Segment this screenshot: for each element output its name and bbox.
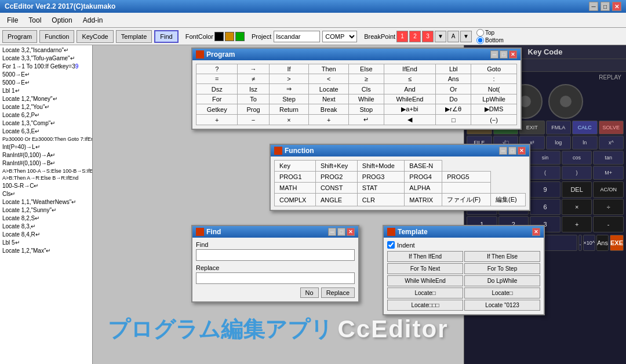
menu-option[interactable]: Option [47, 15, 77, 26]
kc-exp-btn[interactable]: ×10^ [583, 235, 596, 251]
find-minimize[interactable]: ─ [328, 228, 336, 236]
prog-btn-neq[interactable]: ≠ [238, 74, 269, 84]
kc-rparen-btn[interactable]: ) [562, 166, 592, 180]
template-button[interactable]: Template [116, 30, 152, 43]
prog-btn-return[interactable]: Return [269, 104, 309, 115]
prog-btn-box[interactable]: □ [436, 115, 471, 125]
func-basen[interactable]: BASE-N [405, 161, 442, 172]
prog-btn-ans[interactable]: Ans [436, 74, 471, 84]
prog-btn-getkey[interactable]: Getkey [196, 104, 238, 115]
kc-ac-btn[interactable]: AC/ON [593, 181, 624, 198]
prog-btn-or[interactable]: Or [436, 84, 471, 94]
kc-mplus-btn[interactable]: M+ [593, 166, 624, 180]
tpl-for-to-step[interactable]: For To Step [464, 263, 540, 274]
tpl-prom[interactable]: Locate□ [387, 287, 463, 299]
kc-log-btn[interactable]: log [546, 136, 572, 150]
menu-file[interactable]: File [2, 15, 23, 26]
prog-btn-goto[interactable]: Goto [471, 64, 517, 74]
func-complx[interactable]: COMPLX [275, 194, 316, 206]
find-button[interactable]: Find [154, 30, 178, 43]
code-editor[interactable]: Locate 3,2,"Iscandarno"↵ Locate 3,3,"Tof… [0, 45, 93, 364]
find-maximize[interactable]: □ [337, 228, 345, 236]
prog-btn-lbl[interactable]: Lbl [436, 64, 471, 74]
replace-input[interactable] [196, 272, 355, 284]
function-button[interactable]: Function [39, 30, 74, 43]
func-shiftmode[interactable]: Shift+Mode [357, 161, 405, 172]
prog-btn-do[interactable]: Do [436, 94, 471, 104]
kc-add-btn[interactable]: + [562, 216, 592, 232]
indent-checkbox[interactable] [387, 241, 395, 249]
func-prog4[interactable]: PROG4 [405, 172, 442, 183]
kc-xpow-btn[interactable]: x^ [599, 136, 624, 150]
tpl-locate[interactable]: Locate□ [464, 287, 540, 299]
kc-fmla-btn[interactable]: FMLA [546, 121, 572, 134]
kc-lparen-btn[interactable]: ( [530, 166, 561, 180]
kc-div-btn[interactable]: ÷ [593, 199, 624, 215]
kc-calc-btn[interactable]: CALC [572, 121, 598, 134]
program-close[interactable]: ✕ [509, 50, 517, 59]
close-button[interactable]: ✕ [612, 2, 621, 11]
prog-btn-for[interactable]: For [196, 94, 238, 104]
color-green[interactable] [235, 32, 245, 41]
prog-btn-plus2[interactable]: + [309, 115, 349, 125]
menu-addin[interactable]: Add-in [78, 15, 108, 26]
prog-btn-lpwhile[interactable]: LpWhile [471, 94, 517, 104]
prog-btn-eq[interactable]: = [196, 74, 238, 84]
comp-select[interactable]: COMP SD REG [322, 31, 357, 42]
tpl-while-whileend[interactable]: While WhileEnd [387, 275, 463, 286]
minimize-button[interactable]: ─ [589, 2, 598, 11]
prog-btn-and[interactable]: And [384, 84, 436, 94]
kc-ans-btn[interactable]: Ans [596, 235, 609, 251]
prog-btn-prog[interactable]: Prog [238, 104, 269, 115]
prog-btn-stop[interactable]: Stop [349, 104, 384, 115]
tpl-do-lpwhile[interactable]: Do LpWhile [464, 275, 540, 286]
bp-btn-2[interactable]: 2 [409, 31, 421, 42]
prog-btn-ifend[interactable]: IfEnd [384, 64, 436, 74]
template-close[interactable]: ✕ [532, 228, 540, 236]
kc-replay-center[interactable] [560, 96, 572, 107]
tpl-if-then-ifend[interactable]: If Then IfEnd [387, 251, 463, 262]
tpl-for-to-next[interactable]: For To Next [387, 263, 463, 274]
kc-mul-btn[interactable]: × [562, 199, 592, 215]
replace-button[interactable]: Replace [321, 287, 355, 298]
prog-btn-q[interactable]: ? [196, 64, 238, 74]
prog-btn-next[interactable]: Next [309, 94, 349, 104]
kc-cos-btn[interactable]: cos [562, 151, 592, 165]
kc-dot-btn[interactable]: . [578, 235, 581, 251]
program-minimize[interactable]: ─ [490, 50, 498, 59]
find-input[interactable] [196, 249, 355, 261]
color-black[interactable] [214, 32, 224, 41]
prog-btn-abi[interactable]: ▶a+bi [384, 104, 436, 115]
menu-tool[interactable]: Tool [24, 15, 46, 26]
prog-btn-lt[interactable]: < [309, 74, 349, 84]
bp-btn-down2[interactable]: ▼ [460, 31, 472, 42]
prog-btn-then[interactable]: Then [309, 64, 349, 74]
func-const[interactable]: CONST [315, 183, 357, 194]
prog-btn-isz[interactable]: Isz [238, 84, 269, 94]
prog-btn-to[interactable]: To [238, 94, 269, 104]
radio-bottom[interactable]: Bottom [476, 37, 504, 44]
func-alpha[interactable]: ALPHA [405, 183, 442, 194]
prog-btn-enter[interactable]: ↵ [349, 115, 384, 125]
prog-btn-rth[interactable]: ▶r∠θ [436, 104, 471, 115]
color-orange[interactable] [225, 32, 234, 41]
no-button[interactable]: No [300, 287, 319, 298]
prog-btn-cls[interactable]: Cls [349, 84, 384, 94]
prog-btn-else[interactable]: Else [349, 64, 384, 74]
func-stat[interactable]: STAT [357, 183, 405, 194]
func-prog5[interactable]: PROG5 [442, 172, 491, 183]
prog-btn-if[interactable]: If [269, 64, 309, 74]
prog-btn-dms[interactable]: ▶DMS [471, 104, 517, 115]
func-edit[interactable]: 編集(E) [490, 194, 525, 206]
kc-6-btn[interactable]: 6 [530, 199, 561, 215]
prog-btn-while[interactable]: While [349, 94, 384, 104]
func-key[interactable]: Key [275, 161, 316, 172]
kc-solve-btn[interactable]: SOLVE [599, 121, 624, 134]
function-minimize[interactable]: ─ [499, 147, 507, 155]
prog-btn-plus[interactable]: + [196, 115, 238, 125]
func-clr[interactable]: CLR [357, 194, 405, 206]
kc-tan-btn[interactable]: tan [593, 151, 624, 165]
kc-ln-btn[interactable]: ln [572, 136, 598, 150]
prog-btn-whileend[interactable]: WhileEnd [384, 94, 436, 104]
tpl-locate-box[interactable]: Locate□□□ [387, 300, 463, 311]
